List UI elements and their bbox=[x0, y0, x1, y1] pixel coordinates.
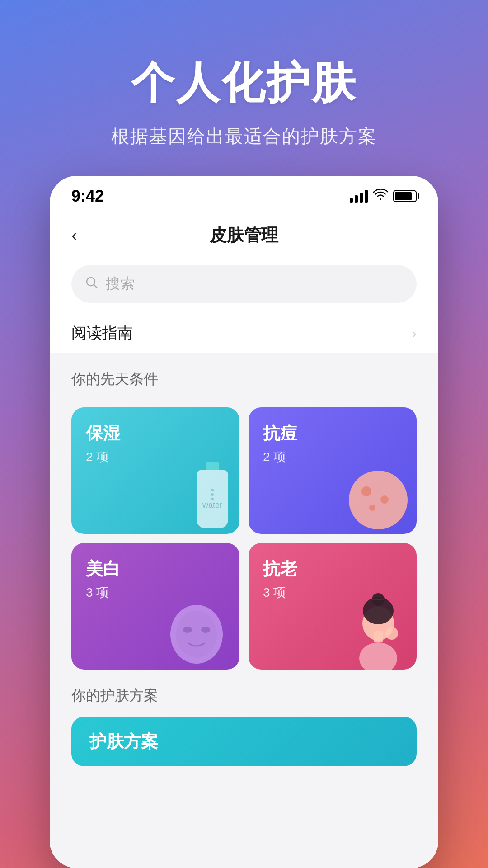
search-bar[interactable]: 搜索 bbox=[71, 265, 417, 303]
status-bar: 9:42 bbox=[50, 176, 438, 211]
scroll-content[interactable]: 你的先天条件 保湿 2 项 bbox=[50, 353, 438, 868]
search-placeholder-text: 搜索 bbox=[106, 274, 135, 294]
card-antiaging[interactable]: 抗老 3 项 bbox=[249, 543, 417, 670]
hero-subtitle: 根据基因给出最适合的护肤方案 bbox=[27, 124, 461, 149]
wifi-icon bbox=[373, 189, 388, 204]
svg-line-1 bbox=[94, 285, 97, 288]
hero-title: 个人化护肤 bbox=[27, 54, 461, 113]
card-acne-title: 抗痘 bbox=[263, 422, 402, 445]
nav-title: 皮肤管理 bbox=[210, 224, 278, 247]
hero-section: 个人化护肤 根据基因给出最适合的护肤方案 bbox=[0, 0, 488, 176]
status-icons bbox=[350, 189, 417, 204]
reading-guide-label: 阅读指南 bbox=[71, 323, 133, 344]
card-acne-count: 2 项 bbox=[263, 448, 402, 466]
search-icon bbox=[85, 276, 99, 292]
svg-point-3 bbox=[176, 611, 217, 658]
status-time: 9:42 bbox=[71, 187, 104, 206]
svg-point-5 bbox=[201, 627, 210, 633]
skincare-solution-card[interactable]: 护肤方案 bbox=[71, 717, 417, 766]
phone-frame: 9:42 ‹ bbox=[50, 176, 438, 868]
card-moisturize-title: 保湿 bbox=[86, 422, 225, 445]
skincare-card-title: 护肤方案 bbox=[89, 730, 158, 753]
innate-section-title: 你的先天条件 bbox=[71, 369, 417, 389]
person-illustration bbox=[349, 588, 408, 670]
svg-point-6 bbox=[359, 642, 397, 670]
skincare-section: 你的护肤方案 护肤方案 bbox=[50, 670, 438, 774]
nav-bar: ‹ 皮肤管理 bbox=[50, 211, 438, 259]
battery-icon bbox=[393, 190, 417, 202]
water-bottle-illustration: water bbox=[194, 462, 230, 534]
app-content: ‹ 皮肤管理 搜索 阅读指南 › bbox=[50, 211, 438, 868]
skincare-section-title: 你的护肤方案 bbox=[71, 686, 417, 706]
chevron-right-icon: › bbox=[412, 325, 417, 342]
card-whitening-title: 美白 bbox=[86, 557, 225, 580]
innate-section: 你的先天条件 bbox=[50, 353, 438, 407]
back-button[interactable]: ‹ bbox=[71, 225, 77, 245]
signal-icon bbox=[350, 190, 368, 203]
card-antiaging-title: 抗老 bbox=[263, 557, 402, 580]
search-container: 搜索 bbox=[50, 259, 438, 314]
svg-point-12 bbox=[385, 627, 398, 640]
card-acne[interactable]: 抗痘 2 项 bbox=[249, 407, 417, 534]
reading-guide[interactable]: 阅读指南 › bbox=[50, 314, 438, 353]
card-moisturize[interactable]: 保湿 2 项 bbox=[71, 407, 239, 534]
card-whitening[interactable]: 美白 3 项 bbox=[71, 543, 239, 670]
acne-face-illustration bbox=[349, 471, 408, 534]
mask-illustration bbox=[163, 598, 230, 670]
cards-grid: 保湿 2 项 bbox=[50, 407, 438, 670]
svg-point-4 bbox=[183, 627, 192, 633]
